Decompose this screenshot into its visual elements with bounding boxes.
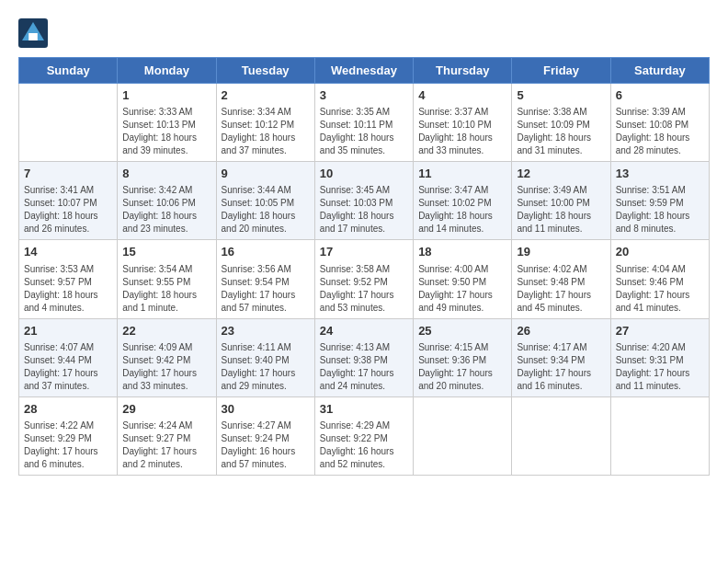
calendar-cell: 19Sunrise: 4:02 AM Sunset: 9:48 PM Dayli… — [512, 240, 610, 318]
calendar-cell: 27Sunrise: 4:20 AM Sunset: 9:31 PM Dayli… — [610, 318, 709, 396]
day-info: Sunrise: 4:09 AM Sunset: 9:42 PM Dayligh… — [122, 341, 210, 393]
day-number: 18 — [418, 244, 506, 260]
day-info: Sunrise: 3:34 AM Sunset: 10:12 PM Daylig… — [222, 106, 310, 157]
calendar-cell: 5Sunrise: 3:38 AM Sunset: 10:09 PM Dayli… — [512, 84, 610, 162]
day-number: 17 — [320, 244, 408, 260]
day-info: Sunrise: 4:20 AM Sunset: 9:31 PM Dayligh… — [616, 341, 704, 393]
day-info: Sunrise: 4:07 AM Sunset: 9:44 PM Dayligh… — [24, 341, 112, 393]
calendar-cell: 28Sunrise: 4:22 AM Sunset: 9:29 PM Dayli… — [19, 396, 118, 475]
weekday-header-monday: Monday — [118, 58, 216, 84]
day-number: 15 — [122, 244, 210, 260]
day-number: 8 — [122, 166, 210, 182]
calendar-cell: 11Sunrise: 3:47 AM Sunset: 10:02 PM Dayl… — [414, 162, 512, 240]
day-info: Sunrise: 3:35 AM Sunset: 10:11 PM Daylig… — [320, 106, 408, 157]
week-row-3: 14Sunrise: 3:53 AM Sunset: 9:57 PM Dayli… — [19, 240, 710, 318]
day-info: Sunrise: 4:27 AM Sunset: 9:24 PM Dayligh… — [222, 419, 310, 471]
weekday-header-friday: Friday — [512, 58, 610, 84]
calendar-cell — [512, 396, 610, 475]
page-header — [18, 18, 710, 48]
calendar-cell: 23Sunrise: 4:11 AM Sunset: 9:40 PM Dayli… — [216, 318, 314, 396]
calendar-cell — [414, 396, 512, 475]
weekday-header-sunday: Sunday — [19, 58, 118, 84]
calendar-cell — [610, 396, 709, 475]
calendar-cell: 1Sunrise: 3:33 AM Sunset: 10:13 PM Dayli… — [118, 84, 216, 162]
calendar-cell: 16Sunrise: 3:56 AM Sunset: 9:54 PM Dayli… — [216, 240, 314, 318]
day-info: Sunrise: 3:37 AM Sunset: 10:10 PM Daylig… — [418, 106, 506, 157]
weekday-header-tuesday: Tuesday — [216, 58, 314, 84]
day-info: Sunrise: 3:47 AM Sunset: 10:02 PM Daylig… — [418, 184, 506, 236]
day-number: 21 — [24, 323, 112, 339]
day-info: Sunrise: 3:54 AM Sunset: 9:55 PM Dayligh… — [122, 263, 210, 315]
calendar-table: SundayMondayTuesdayWednesdayThursdayFrid… — [18, 57, 710, 476]
week-row-5: 28Sunrise: 4:22 AM Sunset: 9:29 PM Dayli… — [19, 396, 710, 475]
calendar-cell: 12Sunrise: 3:49 AM Sunset: 10:00 PM Dayl… — [512, 162, 610, 240]
day-number: 22 — [122, 323, 210, 339]
day-info: Sunrise: 4:13 AM Sunset: 9:38 PM Dayligh… — [320, 341, 408, 393]
day-info: Sunrise: 3:56 AM Sunset: 9:54 PM Dayligh… — [222, 263, 310, 315]
calendar-cell: 24Sunrise: 4:13 AM Sunset: 9:38 PM Dayli… — [314, 318, 413, 396]
day-info: Sunrise: 4:02 AM Sunset: 9:48 PM Dayligh… — [517, 263, 605, 315]
calendar-cell: 25Sunrise: 4:15 AM Sunset: 9:36 PM Dayli… — [414, 318, 512, 396]
day-number: 4 — [418, 87, 506, 104]
calendar-cell: 26Sunrise: 4:17 AM Sunset: 9:34 PM Dayli… — [512, 318, 610, 396]
day-info: Sunrise: 4:00 AM Sunset: 9:50 PM Dayligh… — [418, 263, 506, 315]
day-info: Sunrise: 4:29 AM Sunset: 9:22 PM Dayligh… — [320, 419, 408, 471]
day-number: 24 — [320, 323, 408, 339]
calendar-cell: 9Sunrise: 3:44 AM Sunset: 10:05 PM Dayli… — [216, 162, 314, 240]
day-number: 29 — [122, 401, 210, 418]
day-number: 5 — [517, 87, 605, 104]
day-number: 14 — [24, 244, 112, 260]
calendar-cell: 13Sunrise: 3:51 AM Sunset: 9:59 PM Dayli… — [610, 162, 709, 240]
week-row-2: 7Sunrise: 3:41 AM Sunset: 10:07 PM Dayli… — [19, 162, 710, 240]
day-number: 1 — [122, 87, 210, 104]
day-info: Sunrise: 3:49 AM Sunset: 10:00 PM Daylig… — [517, 184, 605, 236]
calendar-cell: 3Sunrise: 3:35 AM Sunset: 10:11 PM Dayli… — [314, 84, 413, 162]
day-info: Sunrise: 4:15 AM Sunset: 9:36 PM Dayligh… — [418, 341, 506, 393]
day-info: Sunrise: 3:51 AM Sunset: 9:59 PM Dayligh… — [616, 184, 704, 236]
weekday-header-saturday: Saturday — [610, 58, 709, 84]
day-number: 30 — [222, 401, 310, 418]
day-info: Sunrise: 3:39 AM Sunset: 10:08 PM Daylig… — [616, 106, 704, 157]
calendar-cell: 14Sunrise: 3:53 AM Sunset: 9:57 PM Dayli… — [19, 240, 118, 318]
weekday-header-thursday: Thursday — [414, 58, 512, 84]
day-number: 26 — [517, 323, 605, 339]
calendar-cell: 21Sunrise: 4:07 AM Sunset: 9:44 PM Dayli… — [19, 318, 118, 396]
day-info: Sunrise: 4:22 AM Sunset: 9:29 PM Dayligh… — [24, 419, 112, 471]
day-info: Sunrise: 4:04 AM Sunset: 9:46 PM Dayligh… — [616, 263, 704, 315]
calendar-cell: 17Sunrise: 3:58 AM Sunset: 9:52 PM Dayli… — [314, 240, 413, 318]
day-number: 2 — [222, 87, 310, 104]
day-info: Sunrise: 4:17 AM Sunset: 9:34 PM Dayligh… — [517, 341, 605, 393]
day-info: Sunrise: 4:11 AM Sunset: 9:40 PM Dayligh… — [222, 341, 310, 393]
calendar-cell: 8Sunrise: 3:42 AM Sunset: 10:06 PM Dayli… — [118, 162, 216, 240]
calendar-cell: 20Sunrise: 4:04 AM Sunset: 9:46 PM Dayli… — [610, 240, 709, 318]
calendar-cell: 18Sunrise: 4:00 AM Sunset: 9:50 PM Dayli… — [414, 240, 512, 318]
day-number: 28 — [24, 401, 112, 418]
day-number: 9 — [222, 166, 310, 182]
day-number: 6 — [616, 87, 704, 104]
day-number: 31 — [320, 401, 408, 418]
day-info: Sunrise: 3:44 AM Sunset: 10:05 PM Daylig… — [222, 184, 310, 236]
day-info: Sunrise: 3:53 AM Sunset: 9:57 PM Dayligh… — [24, 263, 112, 315]
day-info: Sunrise: 3:41 AM Sunset: 10:07 PM Daylig… — [24, 184, 112, 236]
day-info: Sunrise: 3:58 AM Sunset: 9:52 PM Dayligh… — [320, 263, 408, 315]
day-info: Sunrise: 4:24 AM Sunset: 9:27 PM Dayligh… — [122, 419, 210, 471]
day-number: 11 — [418, 166, 506, 182]
day-number: 3 — [320, 87, 408, 104]
logo — [18, 18, 51, 48]
calendar-cell — [19, 84, 118, 162]
logo-icon — [18, 18, 48, 48]
calendar-cell: 10Sunrise: 3:45 AM Sunset: 10:03 PM Dayl… — [314, 162, 413, 240]
day-info: Sunrise: 3:38 AM Sunset: 10:09 PM Daylig… — [517, 106, 605, 157]
calendar-cell: 22Sunrise: 4:09 AM Sunset: 9:42 PM Dayli… — [118, 318, 216, 396]
week-row-4: 21Sunrise: 4:07 AM Sunset: 9:44 PM Dayli… — [19, 318, 710, 396]
day-info: Sunrise: 3:45 AM Sunset: 10:03 PM Daylig… — [320, 184, 408, 236]
calendar-cell: 30Sunrise: 4:27 AM Sunset: 9:24 PM Dayli… — [216, 396, 314, 475]
day-number: 23 — [222, 323, 310, 339]
day-info: Sunrise: 3:33 AM Sunset: 10:13 PM Daylig… — [122, 106, 210, 157]
calendar-cell: 15Sunrise: 3:54 AM Sunset: 9:55 PM Dayli… — [118, 240, 216, 318]
calendar-cell: 6Sunrise: 3:39 AM Sunset: 10:08 PM Dayli… — [610, 84, 709, 162]
day-number: 27 — [616, 323, 704, 339]
day-number: 13 — [616, 166, 704, 182]
day-number: 25 — [418, 323, 506, 339]
day-number: 7 — [24, 166, 112, 182]
